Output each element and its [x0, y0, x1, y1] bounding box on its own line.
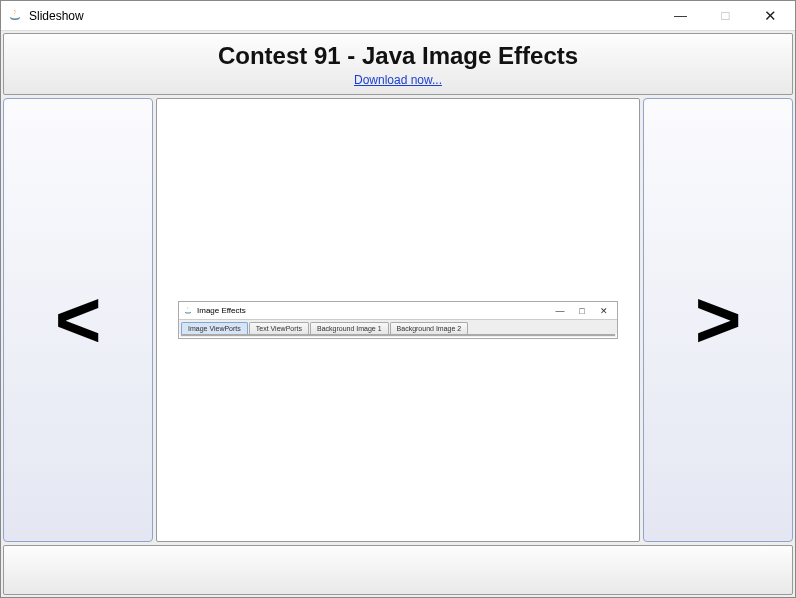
middle-row: < Image Effects — □ ✕ Image ViewPorts	[3, 98, 793, 542]
page-title: Contest 91 - Java Image Effects	[4, 42, 792, 70]
slide-area: Image Effects — □ ✕ Image ViewPorts Text…	[156, 98, 640, 542]
inner-close-button[interactable]: ✕	[593, 304, 615, 318]
app-body: Contest 91 - Java Image Effects Download…	[1, 31, 795, 597]
inner-titlebar: Image Effects — □ ✕	[179, 302, 617, 320]
image-panel	[205, 334, 269, 336]
tab-background-image-1[interactable]: Background Image 1	[310, 322, 389, 334]
inner-minimize-button[interactable]: —	[549, 304, 571, 318]
header-panel: Contest 91 - Java Image Effects Download…	[3, 33, 793, 95]
inner-content	[181, 334, 615, 336]
next-button[interactable]: >	[643, 98, 793, 542]
inner-window-controls: — □ ✕	[549, 304, 615, 318]
window-controls: — □ ✕	[658, 2, 793, 30]
footer-panel	[3, 545, 793, 595]
inner-window-title: Image Effects	[197, 306, 246, 315]
inner-maximize-button[interactable]: □	[571, 304, 593, 318]
java-icon	[183, 306, 193, 316]
window-title: Slideshow	[29, 9, 84, 23]
tab-background-image-2[interactable]: Background Image 2	[390, 322, 469, 334]
image-panel	[351, 334, 446, 336]
tab-text-viewports[interactable]: Text ViewPorts	[249, 322, 309, 334]
inner-tabs: Image ViewPorts Text ViewPorts Backgroun…	[179, 320, 617, 334]
tab-image-viewports[interactable]: Image ViewPorts	[181, 322, 248, 334]
close-button[interactable]: ✕	[748, 2, 793, 30]
image-panel	[452, 334, 522, 336]
inner-window: Image Effects — □ ✕ Image ViewPorts Text…	[178, 301, 618, 339]
prev-button[interactable]: <	[3, 98, 153, 542]
image-panel	[528, 334, 592, 336]
download-link[interactable]: Download now...	[354, 73, 442, 87]
minimize-button[interactable]: —	[658, 2, 703, 30]
window-titlebar: Slideshow — □ ✕	[1, 1, 795, 31]
maximize-button: □	[703, 2, 748, 30]
java-icon	[7, 8, 23, 24]
image-panel	[275, 334, 345, 336]
